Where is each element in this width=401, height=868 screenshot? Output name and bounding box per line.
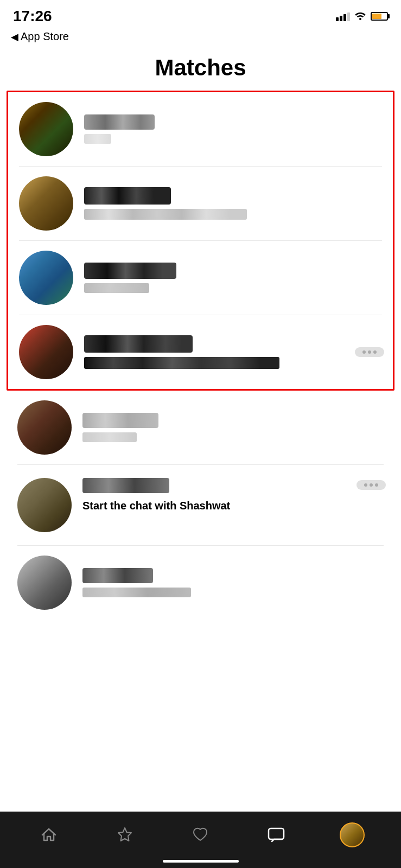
match-name (84, 335, 193, 353)
wifi-icon (354, 10, 366, 23)
page-title: Matches (0, 47, 401, 91)
match-item[interactable] (7, 546, 394, 642)
back-nav[interactable]: ◀ App Store (0, 28, 401, 47)
nav-profile[interactable] (336, 821, 368, 848)
more-badge[interactable] (355, 347, 384, 357)
match-subtext (82, 588, 191, 597)
svg-rect-0 (269, 828, 284, 839)
match-subtext (84, 357, 279, 369)
avatar (17, 556, 72, 610)
match-subtext (84, 283, 149, 293)
status-icons (336, 10, 388, 23)
match-item[interactable] (8, 92, 393, 166)
match-name (82, 413, 158, 428)
back-label: App Store (21, 30, 69, 43)
match-item[interactable] (8, 167, 393, 240)
nav-chat[interactable] (260, 821, 292, 848)
avatar (17, 478, 72, 532)
avatar (19, 251, 73, 305)
battery-icon (371, 12, 388, 21)
match-name (82, 478, 169, 493)
status-time: 17:26 (13, 8, 52, 25)
normal-matches-list: Start the chat with Shashwat (7, 391, 394, 642)
highlighted-matches-section (7, 91, 394, 391)
more-badge[interactable] (357, 480, 386, 490)
home-indicator (163, 860, 239, 863)
back-arrow-icon: ◀ (11, 31, 18, 43)
match-item[interactable] (8, 241, 393, 315)
match-info (84, 187, 382, 220)
nav-home[interactable] (33, 821, 65, 848)
match-info (82, 568, 384, 597)
match-info (82, 413, 384, 442)
avatar (17, 400, 72, 455)
match-info: Start the chat with Shashwat (82, 478, 329, 512)
status-bar: 17:26 (0, 0, 401, 28)
chat-icon (266, 825, 286, 845)
heart-icon (190, 825, 210, 845)
nav-heart[interactable] (184, 821, 217, 848)
match-name (84, 187, 171, 205)
match-name (84, 263, 176, 279)
profile-avatar (340, 822, 365, 847)
match-info (84, 114, 382, 144)
match-name (84, 114, 155, 130)
avatar (19, 102, 73, 156)
match-item[interactable]: Start the chat with Shashwat (7, 465, 394, 545)
signal-icon (336, 11, 350, 21)
home-icon (39, 825, 59, 845)
match-subtext (84, 209, 247, 220)
star-icon (115, 825, 135, 845)
match-info (84, 263, 382, 293)
avatar (19, 325, 73, 379)
chat-text: Start the chat with Shashwat (82, 500, 230, 512)
match-item[interactable] (7, 391, 394, 464)
match-name (82, 568, 153, 583)
match-subtext (84, 134, 111, 144)
match-info (84, 335, 328, 369)
match-subtext (82, 432, 137, 442)
nav-star[interactable] (109, 821, 141, 848)
avatar (19, 176, 73, 231)
match-item[interactable] (8, 315, 393, 389)
